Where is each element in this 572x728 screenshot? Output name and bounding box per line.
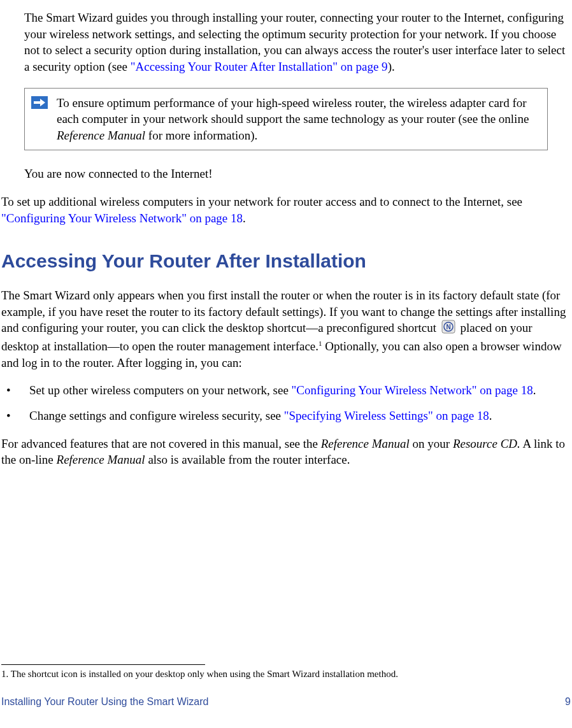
- footnote-text: 1. The shortcut icon is installed on you…: [1, 667, 572, 680]
- arrow-icon: [31, 96, 48, 113]
- footer-title: Installing Your Router Using the Smart W…: [1, 695, 208, 709]
- bullet-mark: •: [1, 382, 29, 399]
- note-box: To ensure optimum performance of your hi…: [24, 88, 548, 151]
- link-configuring-wireless-2[interactable]: "Configuring Your Wireless Network" on p…: [292, 383, 533, 397]
- footnote-rule: [1, 664, 205, 665]
- intro-paragraph: The Smart Wizard guides you through inst…: [24, 10, 571, 75]
- connected-paragraph: You are now connected to the Internet!: [24, 166, 571, 182]
- footnote-section: 1. The shortcut icon is installed on you…: [0, 664, 572, 680]
- section-heading: Accessing Your Router After Installation: [1, 248, 572, 275]
- smart-wizard-paragraph: The Smart Wizard only appears when you f…: [1, 287, 571, 371]
- shortcut-icon: N: [441, 320, 456, 338]
- list-item: • Change settings and configure wireless…: [1, 408, 571, 424]
- para-text: To set up additional wireless computers …: [1, 195, 522, 208]
- link-accessing-router[interactable]: "Accessing Your Router After Installatio…: [131, 60, 388, 73]
- advanced-features-paragraph: For advanced features that are not cover…: [1, 436, 571, 468]
- link-configuring-wireless[interactable]: "Configuring Your Wireless Network" on p…: [1, 211, 243, 225]
- bullet-content: Set up other wireless computers on your …: [29, 382, 571, 399]
- para-text: ).: [388, 60, 395, 73]
- para-text: .: [243, 211, 246, 225]
- note-text: To ensure optimum performance of your hi…: [57, 95, 536, 144]
- svg-text:N: N: [446, 324, 450, 331]
- additional-setup-paragraph: To set up additional wireless computers …: [1, 194, 571, 226]
- bullet-mark: •: [1, 408, 29, 424]
- list-item: • Set up other wireless computers on you…: [1, 382, 571, 399]
- page-number: 9: [565, 695, 571, 709]
- bullet-content: Change settings and configure wireless s…: [29, 408, 571, 424]
- page-footer: Installing Your Router Using the Smart W…: [1, 695, 571, 709]
- bullet-list: • Set up other wireless computers on you…: [1, 382, 571, 424]
- link-specifying-wireless[interactable]: "Specifying Wireless Settings" on page 1…: [284, 409, 489, 422]
